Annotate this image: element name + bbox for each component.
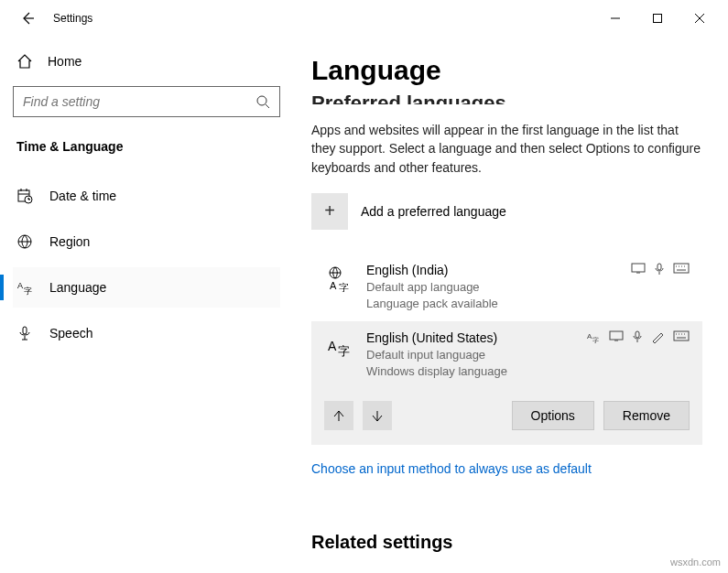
language-sub: Windows display language	[366, 363, 690, 380]
svg-point-1	[257, 96, 266, 105]
microphone-icon	[16, 325, 33, 341]
svg-rect-19	[636, 331, 639, 338]
speech-feat-icon	[655, 263, 664, 276]
add-label: Add a preferred language	[361, 204, 506, 219]
svg-text:A: A	[330, 280, 337, 291]
keyboard-icon	[673, 330, 690, 343]
feature-icons: A字	[587, 330, 690, 343]
display-icon	[631, 263, 646, 276]
maximize-button[interactable]	[636, 4, 679, 33]
language-glyph-icon: A字	[324, 263, 353, 312]
sidebar-item-language[interactable]: A字 Language	[13, 267, 280, 308]
main-panel: Language Preferred languages Apps and we…	[293, 37, 728, 573]
home-icon	[16, 53, 33, 70]
svg-text:A: A	[328, 339, 337, 353]
close-button[interactable]	[679, 4, 721, 33]
sidebar-item-label: Date & time	[49, 189, 116, 203]
language-glyph-icon: A字	[324, 330, 353, 380]
home-label: Home	[48, 54, 81, 69]
svg-rect-13	[674, 264, 689, 273]
sidebar-item-region[interactable]: Region	[13, 222, 280, 262]
sidebar-item-speech[interactable]: Speech	[13, 313, 280, 353]
plus-icon: +	[311, 193, 348, 230]
language-item-us[interactable]: A字 English (United States) Default input…	[311, 321, 702, 389]
section-title: Time & Language	[13, 139, 280, 176]
sidebar-item-label: Language	[49, 280, 106, 295]
svg-rect-11	[632, 264, 645, 272]
search-input[interactable]	[13, 86, 280, 117]
minimize-button[interactable]	[594, 4, 636, 33]
svg-text:字: 字	[338, 344, 350, 358]
display-icon	[609, 330, 624, 343]
input-method-link[interactable]: Choose an input method to always use as …	[311, 461, 592, 476]
calendar-clock-icon	[16, 188, 33, 204]
globe-icon	[16, 233, 33, 250]
language-icon: A字	[16, 279, 33, 296]
language-sub: Default input language	[366, 347, 690, 363]
window-title: Settings	[53, 12, 92, 25]
tts-icon: A字	[587, 330, 600, 343]
home-nav[interactable]: Home	[13, 46, 280, 86]
options-button[interactable]: Options	[512, 401, 594, 430]
related-heading: Related settings	[311, 532, 702, 553]
keyboard-icon	[673, 263, 690, 276]
watermark: wsxdn.com	[670, 557, 721, 568]
sidebar-item-datetime[interactable]: Date & time	[13, 176, 280, 216]
handwriting-icon	[651, 330, 664, 343]
preferred-heading: Preferred languages	[311, 92, 702, 104]
speech-feat-icon	[633, 330, 642, 343]
feature-icons	[631, 263, 690, 276]
svg-rect-20	[674, 331, 689, 341]
language-actions: Options Remove	[311, 390, 702, 445]
svg-text:字: 字	[592, 337, 599, 343]
sidebar-item-label: Speech	[49, 326, 92, 341]
svg-rect-7	[23, 327, 27, 334]
add-language-button[interactable]: + Add a preferred language	[311, 193, 702, 230]
svg-rect-18	[610, 331, 623, 340]
sidebar: Home Time & Language Date & time Region …	[0, 37, 293, 573]
svg-rect-0	[654, 15, 662, 23]
svg-text:A: A	[17, 281, 23, 290]
description: Apps and websites will appear in the fir…	[311, 121, 702, 177]
titlebar: Settings	[0, 0, 728, 37]
back-icon[interactable]	[20, 11, 35, 26]
page-title: Language	[311, 55, 702, 86]
search-field[interactable]	[23, 94, 255, 109]
remove-button[interactable]: Remove	[603, 401, 690, 430]
svg-text:字: 字	[24, 286, 32, 296]
language-sub: Default app language	[366, 279, 690, 296]
svg-rect-12	[657, 264, 661, 270]
sidebar-item-label: Region	[49, 234, 90, 249]
move-up-button[interactable]	[324, 401, 353, 430]
svg-text:字: 字	[339, 282, 349, 292]
language-sub: Language pack available	[366, 296, 690, 312]
search-icon	[255, 94, 270, 109]
language-item-india[interactable]: A字 English (India) Default app language …	[311, 254, 702, 321]
move-down-button[interactable]	[363, 401, 392, 430]
